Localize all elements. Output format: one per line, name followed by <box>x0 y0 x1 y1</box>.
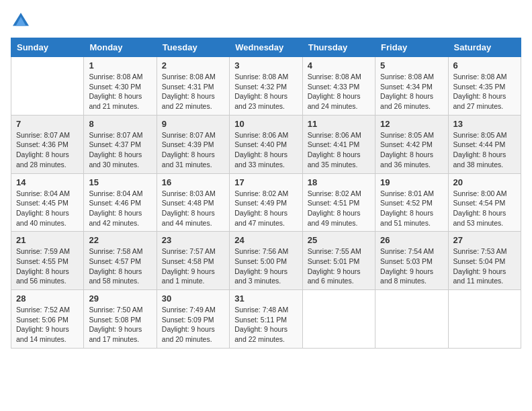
weekday-header-wednesday: Wednesday <box>230 38 302 57</box>
day-number: 1 <box>89 60 151 71</box>
day-info: Sunrise: 8:06 AMSunset: 4:41 PMDaylight:… <box>308 130 370 170</box>
day-number: 14 <box>16 177 79 187</box>
day-number: 20 <box>453 177 516 187</box>
calendar-week-1: 1Sunrise: 8:08 AMSunset: 4:30 PMDaylight… <box>11 57 521 116</box>
calendar-cell: 20Sunrise: 8:00 AMSunset: 4:54 PMDayligh… <box>448 173 521 232</box>
weekday-header-sunday: Sunday <box>11 38 84 57</box>
day-info: Sunrise: 8:08 AMSunset: 4:30 PMDaylight:… <box>89 72 151 111</box>
day-number: 5 <box>380 60 443 71</box>
day-info: Sunrise: 7:59 AMSunset: 4:55 PMDaylight:… <box>16 246 79 286</box>
day-info: Sunrise: 7:53 AMSunset: 5:04 PMDaylight:… <box>453 246 516 286</box>
calendar-cell: 26Sunrise: 7:54 AMSunset: 5:03 PMDayligh… <box>375 232 448 290</box>
calendar-cell: 22Sunrise: 7:58 AMSunset: 4:57 PMDayligh… <box>84 232 157 290</box>
calendar-cell: 25Sunrise: 7:55 AMSunset: 5:01 PMDayligh… <box>302 232 375 290</box>
day-number: 24 <box>234 235 297 245</box>
calendar-cell: 19Sunrise: 8:01 AMSunset: 4:52 PMDayligh… <box>375 173 448 232</box>
calendar-cell: 6Sunrise: 8:08 AMSunset: 4:35 PMDaylight… <box>448 57 521 116</box>
day-info: Sunrise: 8:05 AMSunset: 4:42 PMDaylight:… <box>380 130 443 170</box>
day-number: 16 <box>162 177 224 187</box>
day-info: Sunrise: 7:50 AMSunset: 5:08 PMDaylight:… <box>89 305 151 345</box>
calendar-cell: 1Sunrise: 8:08 AMSunset: 4:30 PMDaylight… <box>84 57 157 116</box>
day-number: 28 <box>16 293 79 304</box>
weekday-header-friday: Friday <box>375 38 448 57</box>
calendar-header: SundayMondayTuesdayWednesdayThursdayFrid… <box>11 38 521 57</box>
day-number: 2 <box>162 60 224 71</box>
day-number: 25 <box>308 235 370 245</box>
day-info: Sunrise: 7:56 AMSunset: 5:00 PMDaylight:… <box>234 246 297 286</box>
day-info: Sunrise: 8:06 AMSunset: 4:40 PMDaylight:… <box>234 130 297 170</box>
day-number: 15 <box>89 177 151 187</box>
logo-icon <box>11 11 31 31</box>
day-number: 21 <box>16 235 79 245</box>
calendar-cell: 15Sunrise: 8:04 AMSunset: 4:46 PMDayligh… <box>84 173 157 232</box>
calendar-cell: 21Sunrise: 7:59 AMSunset: 4:55 PMDayligh… <box>11 232 84 290</box>
calendar-week-3: 14Sunrise: 8:04 AMSunset: 4:45 PMDayligh… <box>11 173 521 232</box>
calendar-cell: 24Sunrise: 7:56 AMSunset: 5:00 PMDayligh… <box>230 232 302 290</box>
day-number: 18 <box>308 177 370 187</box>
day-info: Sunrise: 7:57 AMSunset: 4:58 PMDaylight:… <box>162 246 224 286</box>
day-number: 29 <box>89 293 151 304</box>
calendar-cell: 5Sunrise: 8:08 AMSunset: 4:34 PMDaylight… <box>375 57 448 116</box>
page-header <box>11 11 521 31</box>
day-info: Sunrise: 7:49 AMSunset: 5:09 PMDaylight:… <box>162 305 224 345</box>
day-info: Sunrise: 8:08 AMSunset: 4:34 PMDaylight:… <box>380 72 443 111</box>
calendar-cell: 18Sunrise: 8:02 AMSunset: 4:51 PMDayligh… <box>302 173 375 232</box>
day-number: 9 <box>162 119 224 129</box>
day-number: 13 <box>453 119 516 129</box>
calendar-cell: 29Sunrise: 7:50 AMSunset: 5:08 PMDayligh… <box>84 290 157 349</box>
calendar-cell: 2Sunrise: 8:08 AMSunset: 4:31 PMDaylight… <box>157 57 229 116</box>
day-info: Sunrise: 8:05 AMSunset: 4:44 PMDaylight:… <box>453 130 516 170</box>
calendar-cell: 30Sunrise: 7:49 AMSunset: 5:09 PMDayligh… <box>157 290 229 349</box>
day-info: Sunrise: 8:04 AMSunset: 4:46 PMDaylight:… <box>89 189 151 228</box>
day-number: 19 <box>380 177 443 187</box>
day-info: Sunrise: 8:00 AMSunset: 4:54 PMDaylight:… <box>453 189 516 228</box>
calendar-cell: 12Sunrise: 8:05 AMSunset: 4:42 PMDayligh… <box>375 115 448 173</box>
logo <box>11 11 34 31</box>
calendar-cell: 23Sunrise: 7:57 AMSunset: 4:58 PMDayligh… <box>157 232 229 290</box>
calendar-cell: 13Sunrise: 8:05 AMSunset: 4:44 PMDayligh… <box>448 115 521 173</box>
day-number: 7 <box>16 119 79 129</box>
day-info: Sunrise: 8:02 AMSunset: 4:49 PMDaylight:… <box>234 189 297 228</box>
weekday-header-tuesday: Tuesday <box>157 38 229 57</box>
day-info: Sunrise: 8:08 AMSunset: 4:31 PMDaylight:… <box>162 72 224 111</box>
calendar-cell: 28Sunrise: 7:52 AMSunset: 5:06 PMDayligh… <box>11 290 84 349</box>
day-number: 12 <box>380 119 443 129</box>
calendar-cell <box>448 290 521 349</box>
calendar-body: 1Sunrise: 8:08 AMSunset: 4:30 PMDaylight… <box>11 57 521 349</box>
calendar-week-2: 7Sunrise: 8:07 AMSunset: 4:36 PMDaylight… <box>11 115 521 173</box>
day-number: 10 <box>234 119 297 129</box>
day-number: 22 <box>89 235 151 245</box>
day-info: Sunrise: 8:07 AMSunset: 4:36 PMDaylight:… <box>16 130 79 170</box>
day-number: 31 <box>234 293 297 304</box>
day-info: Sunrise: 8:04 AMSunset: 4:45 PMDaylight:… <box>16 189 79 228</box>
day-info: Sunrise: 8:01 AMSunset: 4:52 PMDaylight:… <box>380 189 443 228</box>
day-info: Sunrise: 8:03 AMSunset: 4:48 PMDaylight:… <box>162 189 224 228</box>
calendar-cell: 8Sunrise: 8:07 AMSunset: 4:37 PMDaylight… <box>84 115 157 173</box>
calendar-cell: 27Sunrise: 7:53 AMSunset: 5:04 PMDayligh… <box>448 232 521 290</box>
calendar-cell: 9Sunrise: 8:07 AMSunset: 4:39 PMDaylight… <box>157 115 229 173</box>
day-number: 27 <box>453 235 516 245</box>
day-number: 4 <box>308 60 370 71</box>
day-info: Sunrise: 8:08 AMSunset: 4:33 PMDaylight:… <box>308 72 370 111</box>
calendar-cell: 16Sunrise: 8:03 AMSunset: 4:48 PMDayligh… <box>157 173 229 232</box>
day-number: 26 <box>380 235 443 245</box>
calendar-cell: 11Sunrise: 8:06 AMSunset: 4:41 PMDayligh… <box>302 115 375 173</box>
day-number: 17 <box>234 177 297 187</box>
day-number: 11 <box>308 119 370 129</box>
weekday-header-saturday: Saturday <box>448 38 521 57</box>
day-info: Sunrise: 7:55 AMSunset: 5:01 PMDaylight:… <box>308 246 370 286</box>
calendar-cell <box>375 290 448 349</box>
day-info: Sunrise: 8:08 AMSunset: 4:35 PMDaylight:… <box>453 72 516 111</box>
day-info: Sunrise: 8:08 AMSunset: 4:32 PMDaylight:… <box>234 72 297 111</box>
day-number: 23 <box>162 235 224 245</box>
day-info: Sunrise: 8:02 AMSunset: 4:51 PMDaylight:… <box>308 189 370 228</box>
calendar-cell: 10Sunrise: 8:06 AMSunset: 4:40 PMDayligh… <box>230 115 302 173</box>
day-number: 6 <box>453 60 516 71</box>
calendar-cell: 14Sunrise: 8:04 AMSunset: 4:45 PMDayligh… <box>11 173 84 232</box>
weekday-header-monday: Monday <box>84 38 157 57</box>
day-number: 30 <box>162 293 224 304</box>
day-info: Sunrise: 7:54 AMSunset: 5:03 PMDaylight:… <box>380 246 443 286</box>
day-info: Sunrise: 8:07 AMSunset: 4:39 PMDaylight:… <box>162 130 224 170</box>
calendar-week-5: 28Sunrise: 7:52 AMSunset: 5:06 PMDayligh… <box>11 290 521 349</box>
day-info: Sunrise: 8:07 AMSunset: 4:37 PMDaylight:… <box>89 130 151 170</box>
